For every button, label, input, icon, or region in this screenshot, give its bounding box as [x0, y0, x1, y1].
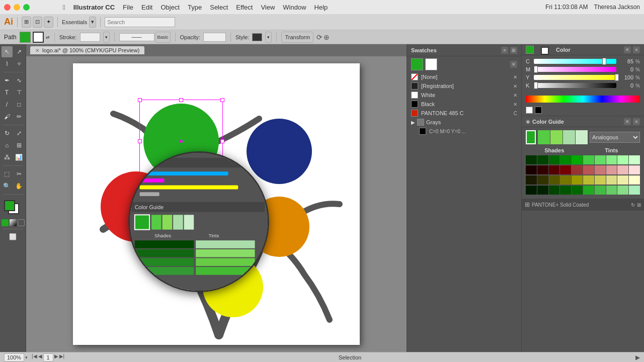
footer-btn-2[interactable]: ⊞: [637, 202, 641, 208]
canvas-tab[interactable]: ✕ logo.ai* @ 100% (CMYK/GPU Preview): [30, 46, 144, 54]
menu-effect[interactable]: Effect: [236, 4, 253, 11]
color-panel-controls[interactable]: ✕ ≡: [624, 46, 640, 53]
artboard-tool[interactable]: ⬚: [2, 168, 13, 179]
shade-cell[interactable]: [537, 186, 548, 195]
hand-tool[interactable]: ✋: [14, 180, 25, 192]
tint-cell[interactable]: [583, 175, 594, 185]
footer-controls[interactable]: ↻ ⊞: [631, 202, 641, 208]
stroke-swatch-preview[interactable]: [425, 58, 437, 70]
harmony-base-swatch[interactable]: [526, 130, 536, 144]
nav-next[interactable]: ▶: [54, 353, 58, 361]
mini-swatch-black[interactable]: [535, 107, 542, 114]
tint-cell[interactable]: [583, 165, 594, 174]
tint-cell[interactable]: [617, 165, 628, 174]
tint-cell[interactable]: [595, 155, 606, 164]
view-tools[interactable]: ⊞ ⊡ ✦: [22, 17, 53, 28]
c-track[interactable]: [534, 59, 616, 64]
shade-cell[interactable]: [560, 186, 571, 195]
shade-cell[interactable]: [572, 165, 583, 174]
tint-cell[interactable]: [606, 165, 617, 174]
menu-view[interactable]: View: [261, 4, 275, 11]
maximize-button[interactable]: [23, 4, 30, 11]
tint-cell[interactable]: [629, 165, 640, 174]
swatch-none[interactable]: [None] ✕: [407, 72, 521, 81]
shade-cell[interactable]: [549, 165, 560, 174]
swatches-grid-icon[interactable]: ⊞: [510, 47, 517, 54]
harmony-swatch-1[interactable]: [538, 130, 550, 144]
color-mode-none[interactable]: [18, 219, 25, 226]
color-panel-menu[interactable]: ≡: [633, 46, 640, 53]
tint-cell[interactable]: [629, 186, 640, 195]
fill-color-swatch[interactable]: [4, 200, 15, 211]
stroke-weight-input[interactable]: [80, 33, 100, 42]
minimize-button[interactable]: [14, 4, 20, 11]
footer-btn-1[interactable]: ↻: [631, 202, 635, 208]
grid-icon[interactable]: ⊡: [33, 17, 42, 28]
tint-cell[interactable]: [606, 175, 617, 185]
harmony-rule-select[interactable]: Analogous Complementary Triadic: [590, 132, 640, 143]
tint-cell[interactable]: [617, 175, 628, 185]
tint-cell[interactable]: [595, 165, 606, 174]
y-thumb[interactable]: [615, 74, 619, 81]
y-track[interactable]: [534, 75, 616, 80]
zoom-tool[interactable]: 🔍: [2, 180, 13, 192]
rect-tool[interactable]: □: [14, 99, 25, 110]
color-fill-icon[interactable]: [526, 46, 534, 54]
yellow-circle[interactable]: [203, 257, 263, 317]
menu-object[interactable]: Object: [160, 4, 180, 11]
k-thumb[interactable]: [534, 82, 538, 89]
shade-cell[interactable]: [526, 175, 537, 185]
play-btn[interactable]: ▶: [635, 354, 640, 361]
zoom-dropdown-arrow[interactable]: ▾: [25, 355, 28, 360]
m-thumb[interactable]: [534, 66, 538, 73]
tint-cell[interactable]: [595, 175, 606, 185]
swatch-black[interactable]: Black ✕: [407, 100, 521, 109]
lasso-tool[interactable]: ⌇: [2, 58, 13, 69]
c-thumb[interactable]: [602, 58, 606, 65]
canvas-frame[interactable]: Color Color Guide: [26, 56, 407, 352]
swatches-menu-icon[interactable]: ≡: [501, 47, 508, 54]
tint-cell[interactable]: [595, 186, 606, 195]
color-mode-color[interactable]: [2, 219, 9, 226]
color-guide-menu[interactable]: ≡: [633, 118, 640, 125]
harmony-swatch-3[interactable]: [563, 130, 575, 144]
tint-cell[interactable]: [583, 186, 594, 195]
artboard[interactable]: Color Color Guide: [73, 63, 360, 345]
k-track[interactable]: [534, 83, 616, 88]
zoom-input[interactable]: [4, 353, 24, 361]
artboard-nav[interactable]: |◀ ◀ ▶ ▶|: [32, 353, 64, 361]
search-input[interactable]: [105, 17, 175, 27]
shade-cell[interactable]: [549, 155, 560, 164]
style-dropdown[interactable]: ▾: [265, 32, 272, 43]
tint-cell[interactable]: [617, 186, 628, 195]
symbol-sprayer-tool[interactable]: ⁂: [2, 152, 13, 163]
menu-edit[interactable]: Edit: [141, 4, 152, 11]
shade-cell[interactable]: [549, 175, 560, 185]
tint-cell[interactable]: [617, 155, 628, 164]
tint-cell[interactable]: [606, 155, 617, 164]
stroke-weight-dropdown[interactable]: ▾: [103, 32, 110, 43]
blue-circle[interactable]: [247, 119, 312, 184]
color-guide-expand[interactable]: ◉: [526, 119, 530, 124]
menu-type[interactable]: Type: [188, 4, 202, 11]
slice-tool[interactable]: ✂: [14, 168, 25, 179]
swatch-registration[interactable]: [Registration] ✕: [407, 81, 521, 90]
essentials-dropdown[interactable]: ▾: [89, 17, 96, 28]
tint-cell[interactable]: [629, 155, 640, 164]
shade-cell[interactable]: [560, 155, 571, 164]
menu-select[interactable]: Select: [210, 4, 228, 11]
shade-cell[interactable]: [560, 175, 571, 185]
swatch-white[interactable]: White ✕: [407, 90, 521, 100]
traffic-lights[interactable]: [4, 4, 30, 11]
shade-cell[interactable]: [572, 186, 583, 195]
color-guide-close[interactable]: ✕: [624, 118, 631, 125]
red-circle[interactable]: [101, 171, 171, 242]
artboard-input[interactable]: [43, 353, 53, 361]
tint-cell[interactable]: [606, 186, 617, 195]
mini-swatch-white[interactable]: [526, 107, 533, 114]
shade-cell[interactable]: [537, 175, 548, 185]
menu-help[interactable]: Help: [314, 4, 328, 11]
green-circle[interactable]: [143, 104, 219, 179]
close-button[interactable]: [4, 4, 11, 11]
shade-cell[interactable]: [526, 186, 537, 195]
